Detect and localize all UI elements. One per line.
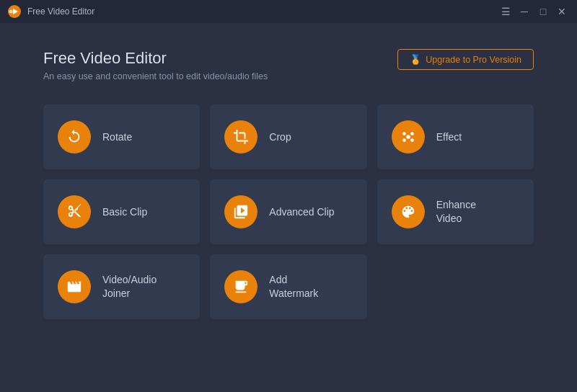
app-logo-icon bbox=[7, 4, 22, 19]
header-text: Free Video Editor An easy use and conven… bbox=[43, 49, 268, 81]
page-subtitle: An easy use and convenient tool to edit … bbox=[43, 71, 268, 81]
card-video-audio-joiner[interactable]: Video/Audio Joiner bbox=[43, 254, 200, 319]
main-content: Free Video Editor An easy use and conven… bbox=[0, 23, 577, 392]
window-controls: ☰ ─ □ ✕ bbox=[498, 4, 570, 19]
effect-icon bbox=[392, 120, 425, 153]
basic-clip-label: Basic Clip bbox=[102, 205, 147, 219]
card-rotate[interactable]: Rotate bbox=[43, 104, 200, 169]
features-grid: Rotate Crop Effect Basic Clip bbox=[43, 104, 534, 319]
card-add-watermark[interactable]: Add Watermark bbox=[210, 254, 366, 319]
svg-point-4 bbox=[402, 132, 406, 135]
maximize-button[interactable]: □ bbox=[535, 4, 551, 19]
enhance-video-label: Enhance Video bbox=[436, 198, 476, 226]
card-enhance-video[interactable]: Enhance Video bbox=[377, 179, 534, 244]
title-bar: Free Video Editor ☰ ─ □ ✕ bbox=[0, 0, 577, 23]
add-watermark-label: Add Watermark bbox=[269, 273, 318, 300]
card-basic-clip[interactable]: Basic Clip bbox=[43, 179, 200, 244]
crop-label: Crop bbox=[269, 130, 291, 144]
minimize-button[interactable]: ─ bbox=[516, 4, 532, 19]
advanced-clip-icon bbox=[224, 195, 257, 228]
svg-point-7 bbox=[410, 138, 414, 142]
card-effect[interactable]: Effect bbox=[377, 104, 534, 169]
joiner-icon bbox=[58, 270, 91, 303]
rotate-label: Rotate bbox=[102, 130, 132, 144]
advanced-clip-label: Advanced Clip bbox=[269, 205, 334, 219]
watermark-icon bbox=[224, 270, 257, 303]
page-header: Free Video Editor An easy use and conven… bbox=[43, 49, 534, 81]
effect-label: Effect bbox=[436, 130, 462, 144]
palette-icon bbox=[392, 195, 425, 228]
card-crop[interactable]: Crop bbox=[210, 104, 366, 169]
crop-icon bbox=[224, 120, 257, 153]
svg-point-3 bbox=[406, 135, 410, 139]
close-button[interactable]: ✕ bbox=[554, 4, 570, 19]
page-title: Free Video Editor bbox=[43, 49, 268, 68]
upgrade-icon: 🏅 bbox=[410, 54, 421, 65]
upgrade-label: Upgrade to Pro Versioin bbox=[426, 55, 521, 65]
card-advanced-clip[interactable]: Advanced Clip bbox=[210, 179, 366, 244]
rotate-icon bbox=[58, 120, 91, 153]
scissors-icon bbox=[58, 195, 91, 228]
svg-point-2 bbox=[9, 10, 13, 14]
svg-point-5 bbox=[410, 132, 414, 135]
video-audio-joiner-label: Video/Audio Joiner bbox=[102, 273, 157, 300]
title-bar-label: Free Video Editor bbox=[27, 6, 498, 17]
empty-slot bbox=[377, 254, 534, 319]
svg-point-6 bbox=[402, 138, 406, 142]
upgrade-button[interactable]: 🏅 Upgrade to Pro Versioin bbox=[397, 49, 534, 70]
menu-button[interactable]: ☰ bbox=[498, 4, 514, 19]
